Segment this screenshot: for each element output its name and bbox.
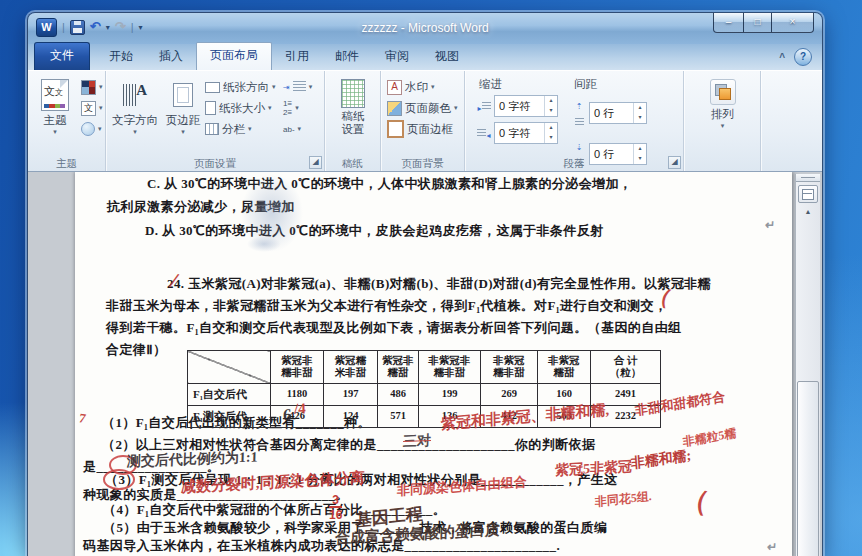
red-handwriting: 7: [77, 410, 87, 427]
table-header-cell: 非紫冠 糯非甜: [481, 351, 538, 384]
indent-right-input[interactable]: 0 字符 ▴▾: [494, 122, 558, 144]
breaks-button[interactable]: ⇥ ▾: [283, 78, 313, 96]
arrange-button[interactable]: 排列 ▾: [699, 74, 747, 136]
hyphenation-icon: ab-: [283, 125, 295, 134]
indent-left-spin-up[interactable]: ▴: [545, 96, 557, 106]
dropdown-icon: ▾: [431, 83, 435, 91]
dropdown-icon: ▾: [248, 125, 252, 133]
theme-colors-button[interactable]: ▾: [81, 78, 103, 96]
tab-开始[interactable]: 开始: [96, 43, 146, 70]
watermark-icon: A: [387, 80, 402, 95]
orientation-button[interactable]: 纸张方向 ▾: [205, 78, 279, 96]
spacing-label: 间距: [574, 77, 647, 92]
split-handle[interactable]: [796, 174, 820, 182]
scroll-up-button[interactable]: ▲: [798, 205, 818, 219]
spacing-after-spin-up[interactable]: ▴: [634, 144, 646, 154]
vertical-scrollbar[interactable]: ▲: [795, 174, 820, 556]
theme-effects-icon: [81, 122, 95, 136]
group-label-page-setup: 页面设置: [106, 157, 324, 170]
tab-文件[interactable]: 文件: [34, 42, 90, 70]
themes-button[interactable]: 文文 主题 ▾: [31, 74, 79, 155]
ribbon-tab-row: 文件开始插入页面布局引用邮件审阅视图 ^ ?: [28, 44, 822, 70]
dropdown-icon: ▾: [98, 125, 102, 133]
dropdown-icon: ▾: [309, 83, 313, 91]
table-header-cell: 紫冠糯 米非甜: [324, 351, 378, 384]
scan-text-line: 得到若干穗。F₁自交和测交后代表现型及比例如下表，请据表分析回答下列问题。（基因…: [106, 320, 681, 336]
document-page[interactable]: C. 从 30℃的环境中进入 0℃的环境中，人体中状腺激素和肾上腺素的分泌会增加…: [75, 172, 792, 556]
columns-button[interactable]: 分栏 ▾: [205, 120, 279, 138]
red-handwriting: （: [678, 480, 712, 520]
group-label-themes: 主题: [28, 157, 105, 170]
tab-页面布局[interactable]: 页面布局: [196, 42, 272, 70]
margins-label: 页边距: [166, 113, 201, 128]
group-label-paragraph: 段落: [465, 157, 683, 170]
scrollbar-thumb[interactable]: [797, 381, 819, 556]
ribbon: 文文 主题 ▾ ▾ 文: [28, 70, 822, 172]
ribbon-tabs: 文件开始插入页面布局引用邮件审阅视图: [34, 42, 472, 70]
document-area[interactable]: C. 从 30℃的环境中进入 0℃的环境中，人体中状腺激素和肾上腺素的分泌会增加…: [28, 172, 822, 556]
table-row-label: F₁测交后代: [188, 406, 271, 428]
spacing-before-spin-down[interactable]: ▾: [634, 113, 646, 123]
page-borders-icon: [387, 120, 404, 138]
table-header-cell: 紫冠非 糯甜: [378, 351, 419, 384]
columns-icon: [205, 123, 219, 135]
line-numbers-button[interactable]: 1≡2≡ ▾: [283, 99, 313, 117]
ink-handwriting: 测交后代比例约为1:1: [127, 448, 258, 471]
page-borders-button[interactable]: 页面边框: [387, 120, 458, 138]
ink-handwriting: ↵: [766, 540, 777, 555]
minimize-button[interactable]: –: [713, 13, 744, 33]
spacing-before-input[interactable]: 0 行 ▴▾: [589, 102, 647, 124]
page-borders-label: 页面边框: [407, 122, 453, 137]
dropdown-icon: ▾: [721, 122, 725, 130]
theme-fonts-button[interactable]: 文 ▾: [81, 99, 103, 117]
close-button[interactable]: ×: [771, 13, 814, 33]
themes-label: 主题: [44, 113, 67, 128]
ink-handwriting: 6: [283, 405, 292, 426]
theme-fonts-icon: 文: [81, 101, 96, 116]
paragraph-dialog-launcher[interactable]: ◢: [668, 156, 681, 169]
spacing-before-spin-up[interactable]: ▴: [634, 103, 646, 113]
desktop: { "window": { "title": "zzzzzz - Microso…: [0, 0, 862, 556]
themes-dropdown-icon: ▾: [53, 128, 57, 136]
page-setup-dialog-launcher[interactable]: ◢: [309, 156, 322, 169]
dropdown-icon: ▾: [181, 128, 185, 136]
group-paragraph: 缩进 ▸ 0 字符 ▴▾ ◂ 0 字符 ▴▾: [465, 71, 684, 171]
hyphenation-button[interactable]: ab- ▾: [283, 120, 313, 138]
scan-text-line: D. 从 30℃的环境中进入 0℃的环境中，皮肤会起鸡皮疙瘩，这属于非条件反射: [145, 223, 603, 239]
group-page-setup: A 文字方向 ▾ 页边距 ▾ 纸张方向 ▾: [106, 71, 325, 171]
indent-left-icon: ▸: [477, 97, 491, 115]
table-header-cell: 非紫冠 糯甜: [538, 351, 591, 384]
tab-视图[interactable]: 视图: [422, 43, 472, 70]
theme-effects-button[interactable]: ▾: [81, 120, 103, 138]
red-handwriting: 非糯粒5糯: [682, 425, 737, 451]
indent-right-spin-up[interactable]: ▴: [545, 123, 557, 133]
help-icon[interactable]: ?: [794, 48, 812, 66]
indent-right-spin-down[interactable]: ▾: [545, 133, 557, 143]
indent-left-input[interactable]: 0 字符 ▴▾: [494, 95, 558, 117]
grid-settings-button[interactable]: 稿纸 设置: [329, 74, 377, 136]
indent-left-spin-down[interactable]: ▾: [545, 106, 557, 116]
indent-right-value: 0 字符: [495, 123, 544, 143]
group-arrange: 排列 ▾: [684, 71, 761, 171]
tab-引用[interactable]: 引用: [272, 43, 322, 70]
tab-邮件[interactable]: 邮件: [322, 43, 372, 70]
group-label-page-background: 页面背景: [381, 157, 464, 170]
spacing-before-value: 0 行: [590, 103, 633, 123]
text-direction-label: 文字方向: [112, 113, 158, 128]
margins-button[interactable]: 页边距 ▾: [161, 74, 205, 155]
paper-size-button[interactable]: 纸张大小 ▾: [205, 99, 279, 117]
tab-插入[interactable]: 插入: [146, 43, 196, 70]
watermark-button[interactable]: A 水印 ▾: [387, 78, 458, 96]
tab-审阅[interactable]: 审阅: [372, 43, 422, 70]
group-page-background: A 水印 ▾ 页面颜色 ▾ 页面边框 页面背景: [381, 71, 465, 171]
table-corner-cell: [188, 351, 271, 384]
maximize-button[interactable]: □: [744, 13, 771, 33]
ruler-toggle-button[interactable]: [798, 185, 818, 203]
table-value-cell: 199: [419, 384, 481, 406]
title-bar[interactable]: W | ↶ ▾ ↷ | ▾ zzzzzz - Microsoft Word – …: [28, 13, 822, 44]
page-color-button[interactable]: 页面颜色 ▾: [387, 99, 458, 117]
ink-handwriting: 三对: [403, 432, 432, 451]
text-direction-button[interactable]: A 文字方向 ▾: [109, 74, 161, 155]
dropdown-icon: ▾: [295, 104, 299, 112]
collapse-ribbon-icon[interactable]: ^: [779, 52, 785, 63]
